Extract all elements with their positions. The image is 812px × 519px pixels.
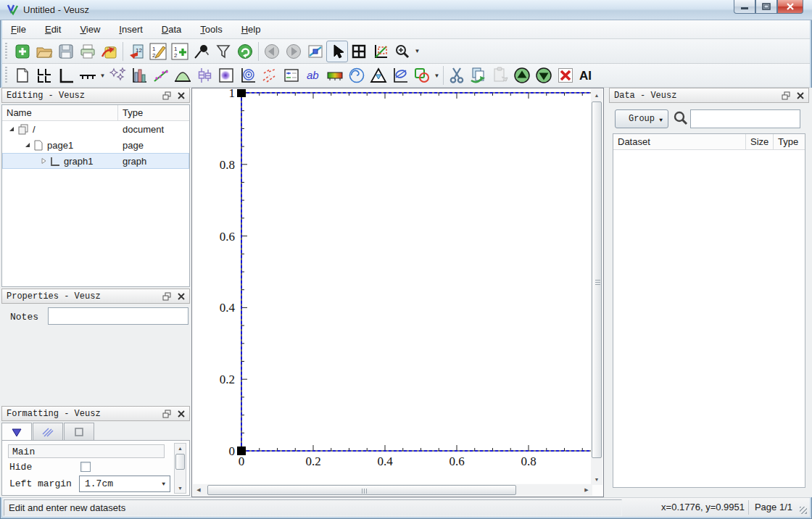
formatting-close-button[interactable] — [176, 409, 186, 419]
scroll-right-icon[interactable]: ▶ — [581, 484, 592, 496]
cut-button[interactable] — [446, 65, 468, 86]
filter-data-button[interactable] — [212, 41, 234, 62]
canvas-vertical-scrollbar[interactable]: ▲ ▼ — [591, 89, 602, 485]
menu-data[interactable]: Data — [162, 24, 181, 35]
tree-column-name[interactable]: Name — [2, 105, 118, 120]
add-nonorthpoint-button[interactable] — [389, 65, 411, 86]
menu-file[interactable]: File — [11, 24, 26, 35]
add-axis-menu-arrow[interactable]: ▼ — [99, 65, 107, 86]
add-graph-button[interactable] — [55, 65, 77, 86]
print-document-button[interactable] — [77, 41, 99, 62]
zoom-menu-button[interactable] — [392, 41, 413, 62]
plot-page[interactable]: 00.20.40.60.810.80.60.40.20 — [193, 89, 592, 483]
toolbar-handle[interactable] — [4, 43, 9, 60]
menu-help[interactable]: Help — [241, 24, 261, 35]
capture-data-button[interactable] — [191, 41, 212, 62]
scroll-up-icon[interactable]: ▲ — [591, 89, 602, 101]
properties-float-button[interactable] — [162, 291, 172, 302]
menu-view[interactable]: View — [80, 24, 100, 35]
formatting-scrollbar[interactable]: ▲ ▼ — [174, 443, 186, 494]
add-colorbar-button[interactable] — [324, 65, 346, 86]
data-close-button[interactable] — [795, 91, 805, 101]
import-data-button[interactable]: 12 — [125, 41, 147, 62]
dataset-search-input[interactable] — [690, 109, 800, 128]
add-shape-button[interactable] — [411, 65, 433, 86]
close-button[interactable] — [777, 0, 803, 14]
reload-data-button[interactable] — [234, 41, 256, 62]
tree-row-document[interactable]: / document — [2, 121, 189, 137]
rename-button[interactable]: AI — [576, 65, 598, 86]
hide-checkbox[interactable] — [80, 462, 91, 472]
add-axis-button[interactable] — [77, 65, 99, 86]
add-key-button[interactable] — [281, 65, 302, 86]
data-float-button[interactable] — [781, 91, 791, 101]
tree-column-type[interactable]: Type — [118, 105, 143, 120]
add-xy-button[interactable] — [107, 65, 128, 86]
menu-edit[interactable]: Edit — [45, 24, 61, 35]
plot-canvas[interactable]: 00.20.40.60.810.80.60.40.20 ▲ ▼ ◀ ▶ — [191, 88, 604, 497]
properties-panel-titlebar[interactable]: Properties - Veusz — [1, 288, 190, 304]
copy-button[interactable] — [468, 65, 489, 86]
tree-row-page1[interactable]: page1 page — [2, 137, 189, 153]
minimize-button[interactable] — [734, 0, 755, 14]
tab-main-formatting[interactable] — [1, 423, 32, 441]
collapse-arrow-icon[interactable] — [40, 157, 47, 165]
edit-datasets-button[interactable]: 12 — [147, 41, 169, 62]
add-page-button[interactable] — [12, 65, 33, 86]
dataset-table-header[interactable]: Dataset Size Type — [613, 134, 805, 150]
scroll-thumb[interactable] — [175, 454, 185, 470]
add-label-button[interactable]: ab — [302, 65, 324, 86]
left-margin-combobox[interactable]: 1.7cm ▼ — [79, 476, 170, 492]
add-grid-button[interactable] — [33, 65, 55, 86]
formatting-float-button[interactable] — [162, 409, 172, 419]
zoom-menu-arrow[interactable]: ▼ — [413, 41, 421, 62]
add-shape-menu-arrow[interactable]: ▼ — [433, 65, 441, 86]
editing-panel-titlebar[interactable]: Editing - Veusz — [1, 88, 190, 103]
pan-zoom-button[interactable] — [348, 41, 370, 62]
properties-close-button[interactable] — [176, 291, 186, 302]
column-size[interactable]: Size — [746, 134, 774, 149]
scroll-thumb[interactable] — [592, 101, 602, 458]
formatting-panel-titlebar[interactable]: Formatting - Veusz — [1, 406, 190, 421]
editing-float-button[interactable] — [162, 91, 172, 101]
export-document-button[interactable] — [99, 41, 120, 62]
toolbar-handle[interactable] — [4, 67, 9, 84]
add-contour-button[interactable] — [237, 65, 259, 86]
add-image-button[interactable] — [215, 65, 237, 86]
previous-page-button[interactable] — [261, 41, 283, 62]
canvas-horizontal-scrollbar[interactable]: ◀ ▶ — [193, 484, 592, 496]
zoom-into-graph-button[interactable] — [370, 41, 392, 62]
move-up-button[interactable] — [511, 65, 533, 86]
tab-background-fill[interactable] — [33, 423, 63, 440]
delete-button[interactable] — [555, 65, 576, 86]
add-bar-button[interactable] — [128, 65, 150, 86]
add-function-button[interactable] — [172, 65, 194, 86]
add-vectorfield-button[interactable] — [259, 65, 281, 86]
scroll-down-icon[interactable]: ▼ — [175, 483, 186, 493]
paste-button[interactable] — [489, 65, 511, 86]
data-panel-titlebar[interactable]: Data - Veusz — [609, 88, 809, 103]
create-datasets-button[interactable]: 12 — [169, 41, 191, 62]
scroll-down-icon[interactable]: ▼ — [591, 473, 602, 485]
tree-row-graph1[interactable]: graph1 graph — [2, 153, 189, 169]
add-boxplot-button[interactable] — [194, 65, 215, 86]
editing-close-button[interactable] — [176, 91, 186, 101]
scroll-thumb[interactable] — [207, 485, 516, 495]
column-dataset[interactable]: Dataset — [613, 134, 746, 149]
add-fit-button[interactable] — [150, 65, 172, 86]
tab-border-line[interactable] — [64, 423, 94, 440]
next-page-button[interactable] — [283, 41, 304, 62]
maximize-button[interactable] — [755, 0, 777, 14]
select-items-button[interactable] — [304, 41, 326, 62]
move-down-button[interactable] — [533, 65, 555, 86]
expand-arrow-icon[interactable] — [24, 141, 31, 149]
menu-tools[interactable]: Tools — [200, 24, 222, 35]
scroll-up-icon[interactable]: ▲ — [175, 444, 186, 453]
group-dropdown-button[interactable]: Group ▼ — [615, 109, 668, 128]
open-document-button[interactable] — [33, 41, 55, 62]
new-document-button[interactable] — [12, 41, 33, 62]
expand-arrow-icon[interactable] — [8, 125, 15, 133]
menu-insert[interactable]: Insert — [119, 24, 143, 35]
tree-header[interactable]: Name Type — [2, 105, 189, 121]
add-ternary-button[interactable] — [368, 65, 389, 86]
